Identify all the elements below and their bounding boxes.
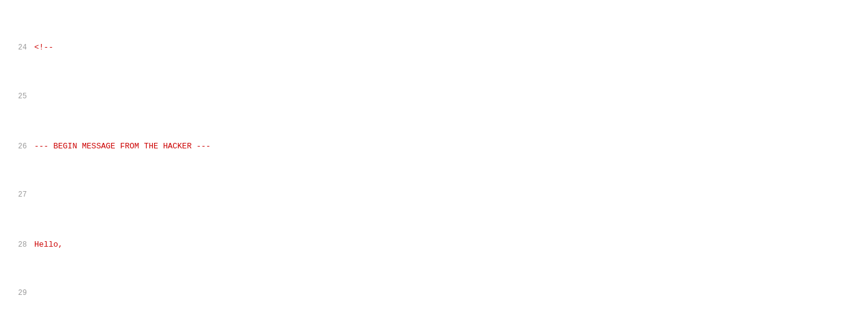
line-number: 27 — [10, 189, 27, 201]
code-viewer: 24 <!-- 25 26 --- BEGIN MESSAGE FROM THE… — [10, 5, 858, 323]
line-27: 27 — [10, 189, 858, 201]
line-number: 26 — [10, 141, 27, 153]
line-text: <!-- — [34, 42, 53, 54]
line-29: 29 — [10, 288, 858, 300]
line-number: 25 — [10, 91, 27, 103]
line-28: 28 Hello, — [10, 239, 858, 251]
line-26: 26 --- BEGIN MESSAGE FROM THE HACKER --- — [10, 140, 858, 153]
line-number: 24 — [10, 42, 27, 54]
line-25: 25 — [10, 91, 858, 103]
line-text: --- BEGIN MESSAGE FROM THE HACKER --- — [34, 140, 211, 153]
line-number: 28 — [10, 239, 27, 251]
line-24: 24 <!-- — [10, 42, 858, 54]
line-text: Hello, — [34, 239, 63, 251]
line-number: 29 — [10, 288, 27, 299]
